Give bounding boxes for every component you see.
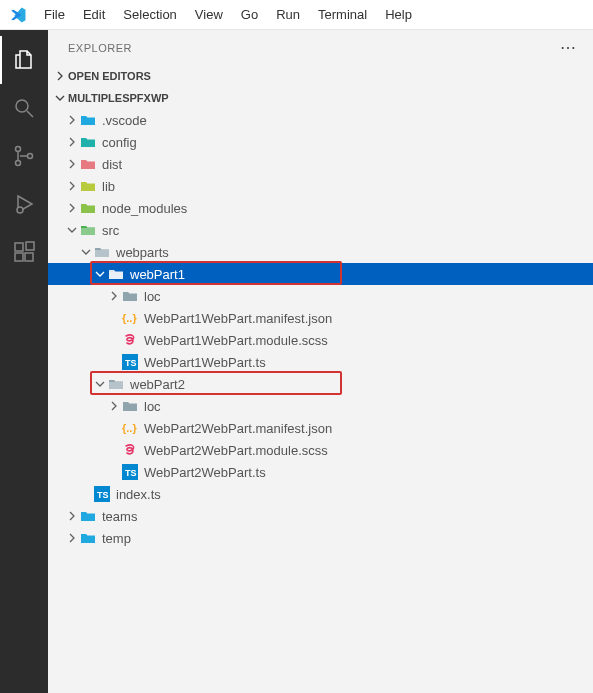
- tree-item-label: temp: [102, 531, 131, 546]
- folder-icon: [108, 266, 124, 282]
- folder-loc[interactable]: loc: [48, 395, 593, 417]
- svg-point-2: [16, 147, 21, 152]
- tree-item-label: webPart1: [130, 267, 185, 282]
- sidebar-header: EXPLORER ⋯: [48, 30, 593, 65]
- ts-icon: TS: [94, 486, 110, 502]
- chevron-none: [106, 442, 122, 458]
- vscode-logo-icon: [0, 6, 35, 24]
- chevron-right-icon: [64, 112, 80, 128]
- chevron-right-icon: [106, 398, 122, 414]
- folder-icon: [80, 508, 96, 524]
- ts-icon: TS: [122, 354, 138, 370]
- folder-node-modules[interactable]: node_modules: [48, 197, 593, 219]
- folder-icon: [80, 134, 96, 150]
- chevron-down-icon: [64, 222, 80, 238]
- file-webpart1webpart-module-scss[interactable]: WebPart1WebPart.module.scss: [48, 329, 593, 351]
- folder-icon: [122, 398, 138, 414]
- folder-icon: [122, 288, 138, 304]
- menu-edit[interactable]: Edit: [74, 7, 114, 22]
- tree-item-label: loc: [144, 399, 161, 414]
- folder--vscode[interactable]: .vscode: [48, 109, 593, 131]
- chevron-none: [106, 354, 122, 370]
- chevron-right-icon: [64, 178, 80, 194]
- activity-search[interactable]: [0, 84, 48, 132]
- explorer-sidebar: EXPLORER ⋯ OPEN EDITORS MULTIPLESPFXWP .…: [48, 30, 593, 693]
- activity-run-debug[interactable]: [0, 180, 48, 228]
- folder-temp[interactable]: temp: [48, 527, 593, 549]
- menu-view[interactable]: View: [186, 7, 232, 22]
- menu-selection[interactable]: Selection: [114, 7, 185, 22]
- chevron-down-icon: [92, 266, 108, 282]
- tree-item-label: WebPart2WebPart.ts: [144, 465, 266, 480]
- ts-icon: TS: [122, 464, 138, 480]
- file-webpart2webpart-ts[interactable]: TSWebPart2WebPart.ts: [48, 461, 593, 483]
- svg-point-0: [16, 100, 28, 112]
- chevron-down-icon: [78, 244, 94, 260]
- file-tree: .vscodeconfigdistlibnode_modulessrcwebpa…: [48, 109, 593, 549]
- file-webpart2webpart-manifest-json[interactable]: {..}WebPart2WebPart.manifest.json: [48, 417, 593, 439]
- folder-teams[interactable]: teams: [48, 505, 593, 527]
- chevron-none: [106, 332, 122, 348]
- chevron-down-icon: [92, 376, 108, 392]
- chevron-right-icon: [64, 200, 80, 216]
- svg-point-5: [17, 207, 23, 213]
- folder-dist[interactable]: dist: [48, 153, 593, 175]
- highlight-box: [90, 261, 342, 285]
- svg-text:TS: TS: [125, 358, 137, 368]
- file-webpart1webpart-ts[interactable]: TSWebPart1WebPart.ts: [48, 351, 593, 373]
- folder-webparts[interactable]: webparts: [48, 241, 593, 263]
- chevron-right-icon: [64, 508, 80, 524]
- folder-icon: [80, 112, 96, 128]
- highlight-box: [90, 371, 342, 395]
- activity-extensions[interactable]: [0, 228, 48, 276]
- folder-lib[interactable]: lib: [48, 175, 593, 197]
- menu-file[interactable]: File: [35, 7, 74, 22]
- scss-icon: [122, 442, 138, 458]
- chevron-right-icon: [52, 68, 68, 84]
- svg-text:TS: TS: [125, 468, 137, 478]
- folder-icon: [80, 156, 96, 172]
- folder-config[interactable]: config: [48, 131, 593, 153]
- folder-icon: [108, 376, 124, 392]
- tree-item-label: WebPart1WebPart.ts: [144, 355, 266, 370]
- json-icon: {..}: [122, 310, 138, 326]
- svg-rect-6: [15, 243, 23, 251]
- file-index-ts[interactable]: TSindex.ts: [48, 483, 593, 505]
- folder-loc[interactable]: loc: [48, 285, 593, 307]
- chevron-none: [106, 464, 122, 480]
- svg-text:TS: TS: [97, 490, 109, 500]
- tree-item-label: dist: [102, 157, 122, 172]
- activity-source-control[interactable]: [0, 132, 48, 180]
- tree-item-label: WebPart1WebPart.manifest.json: [144, 311, 332, 326]
- menu-terminal[interactable]: Terminal: [309, 7, 376, 22]
- section-label: MULTIPLESPFXWP: [68, 92, 169, 104]
- tree-item-label: webparts: [116, 245, 169, 260]
- file-webpart1webpart-manifest-json[interactable]: {..}WebPart1WebPart.manifest.json: [48, 307, 593, 329]
- folder-webpart1[interactable]: webPart1: [48, 263, 593, 285]
- chevron-right-icon: [64, 156, 80, 172]
- folder-icon: [80, 530, 96, 546]
- folder-src[interactable]: src: [48, 219, 593, 241]
- file-webpart2webpart-module-scss[interactable]: WebPart2WebPart.module.scss: [48, 439, 593, 461]
- tree-item-label: config: [102, 135, 137, 150]
- menu-help[interactable]: Help: [376, 7, 421, 22]
- svg-rect-8: [25, 253, 33, 261]
- tree-item-label: lib: [102, 179, 115, 194]
- svg-text:{..}: {..}: [122, 312, 137, 324]
- svg-line-1: [27, 111, 33, 117]
- folder-webpart2[interactable]: webPart2: [48, 373, 593, 395]
- chevron-none: [78, 486, 94, 502]
- tree-item-label: teams: [102, 509, 137, 524]
- more-actions-icon[interactable]: ⋯: [560, 38, 577, 57]
- folder-icon: [80, 222, 96, 238]
- section-open-editors[interactable]: OPEN EDITORS: [48, 65, 593, 87]
- chevron-right-icon: [64, 134, 80, 150]
- activity-explorer[interactable]: [0, 36, 48, 84]
- sidebar-title: EXPLORER: [68, 42, 132, 54]
- menu-run[interactable]: Run: [267, 7, 309, 22]
- section-project[interactable]: MULTIPLESPFXWP: [48, 87, 593, 109]
- menu-go[interactable]: Go: [232, 7, 267, 22]
- tree-item-label: WebPart2WebPart.manifest.json: [144, 421, 332, 436]
- svg-point-4: [28, 154, 33, 159]
- scss-icon: [122, 332, 138, 348]
